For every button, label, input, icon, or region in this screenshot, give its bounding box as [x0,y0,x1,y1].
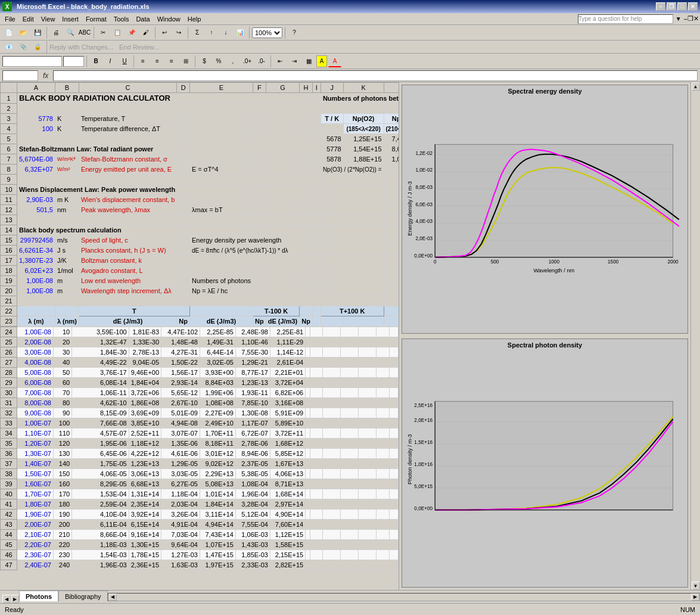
cell-M36[interactable] [359,449,376,459]
cell-C34[interactable]: 4,57E-07 [72,428,129,439]
cell-N47[interactable] [376,560,390,570]
row-15[interactable]: 15 [1,235,17,246]
row-1[interactable]: 1 [1,93,17,104]
cell-M37[interactable] [359,459,376,469]
app-close[interactable]: ✕ [693,15,699,23]
cell-L29[interactable] [340,378,359,388]
row-22[interactable]: 22 [1,306,17,316]
row-16[interactable]: 16 [1,246,17,256]
cell-E42[interactable]: 3,26E-04 [161,510,200,520]
row-18[interactable]: 18 [1,266,17,276]
cell-C17[interactable]: Boltzman constant, k [79,256,176,266]
cell-B42[interactable]: 190 [53,510,71,520]
cell-E27[interactable]: 1,50E-22 [161,358,200,368]
row-33[interactable]: 33 [1,418,17,428]
col-E[interactable]: E [189,83,253,93]
cell-N29[interactable] [376,378,390,388]
cell-C44[interactable]: 8,66E-04 [72,530,129,540]
cell-J29[interactable] [310,378,322,388]
row-42[interactable]: 42 [1,510,17,520]
cell-H43[interactable]: 7,60E+14 [270,520,306,530]
cell-E4[interactable] [189,124,253,134]
cell-I34[interactable] [306,428,310,439]
cell-G18[interactable] [266,266,300,276]
cell-G20[interactable] [266,286,300,296]
cell-K40[interactable] [322,489,340,499]
cell-J26[interactable] [310,347,322,358]
cell-L8[interactable] [384,164,399,175]
cell-E15[interactable]: Energy density per wavelength [189,235,312,246]
cell-B16[interactable]: J s [55,246,79,256]
cell-J24[interactable] [310,327,322,337]
cell-N40[interactable] [376,489,390,499]
cell-J47[interactable] [310,560,322,570]
cell-reference[interactable]: Q1 [2,70,38,81]
cell-J45[interactable] [310,540,322,550]
sort-desc-btn[interactable]: ↓ [219,27,232,39]
restore-button[interactable]: ❐ [667,2,676,11]
cell-C13[interactable] [79,215,176,225]
cell-L10[interactable] [384,185,399,195]
cell-B37[interactable]: 140 [53,459,71,469]
cell-C3[interactable]: Temperature, T [79,114,176,124]
cell-O41[interactable] [390,499,399,510]
cell-O31[interactable] [390,398,399,408]
cell-E38[interactable]: 3,03E-05 [161,469,200,479]
cell-F11[interactable] [253,195,266,205]
cell-E44[interactable]: 7,03E-04 [161,530,200,540]
cell-B20[interactable]: m [55,286,79,296]
cell-I23[interactable] [312,316,321,327]
cell-C43[interactable]: 6,11E-04 [72,520,129,530]
cell-E34[interactable]: 3,07E-07 [161,428,200,439]
tb2-btn3[interactable]: 🔒 [31,41,44,53]
cell-J41[interactable] [310,499,322,510]
cell-B41[interactable]: 180 [53,499,71,510]
cell-L42[interactable] [340,510,359,520]
cell-B24[interactable]: 10 [53,327,71,337]
cell-E5[interactable] [189,134,253,144]
cell-M44[interactable] [359,530,376,540]
cell-G30[interactable]: 1,93E-11 [235,388,270,398]
cell-C29[interactable]: 6,08E-14 [72,378,129,388]
cell-A23[interactable]: λ (m) [17,316,55,327]
cell-L39[interactable] [340,479,359,489]
cell-I46[interactable] [306,550,310,560]
indent-inc-btn[interactable]: ⇥ [288,55,301,67]
cell-D28[interactable]: 9,46E+00 [129,368,161,378]
cell-H7[interactable] [300,154,313,164]
cell-K43[interactable] [322,520,340,530]
cell-E12[interactable]: λmax = bT [189,205,253,215]
close-button[interactable]: ✕ [688,2,698,11]
cell-A6[interactable]: Stefan-Boltzmann Law: Total radiant powe… [17,144,177,154]
open-btn[interactable]: 📂 [17,27,30,39]
cell-I32[interactable] [306,408,310,418]
font-name-input[interactable]: Arial [2,56,62,67]
cell-B12[interactable]: nm [55,205,79,215]
cell-B17[interactable]: J/K [55,256,79,266]
cell-L41[interactable] [340,499,359,510]
cell-A5[interactable] [17,134,55,144]
cell-E32[interactable]: 5,01E-09 [161,408,200,418]
cell-H24[interactable]: 2,25E-81 [270,327,306,337]
cell-B21[interactable] [55,296,79,306]
cell-H18[interactable] [300,266,313,276]
cell-H41[interactable]: 2,97E+14 [270,499,306,510]
cell-K4[interactable]: (185<λ<220) [343,124,384,134]
align-left-btn[interactable]: ≡ [136,55,150,67]
cell-L31[interactable] [340,398,359,408]
row-2[interactable]: 2 [1,104,17,114]
menu-insert[interactable]: Insert [58,14,82,24]
col-F[interactable]: F [253,83,266,93]
cell-G26[interactable]: 7,55E-30 [235,347,270,358]
cell-A1[interactable]: BLACK BODY RADIATION CALCULATOR [17,93,300,104]
cell-K7[interactable]: 1,88E+15 [343,154,384,164]
cell-B22[interactable] [55,306,79,316]
cell-E9[interactable] [189,175,253,185]
cell-F43[interactable]: 4,94E+14 [200,520,236,530]
col-J[interactable]: J [321,83,343,93]
cell-I19[interactable] [312,276,321,286]
cell-J27[interactable] [310,358,322,368]
cell-L7[interactable]: 1,00E+16 [384,154,399,164]
row-40[interactable]: 40 [1,489,17,499]
cell-K32[interactable] [322,408,340,418]
